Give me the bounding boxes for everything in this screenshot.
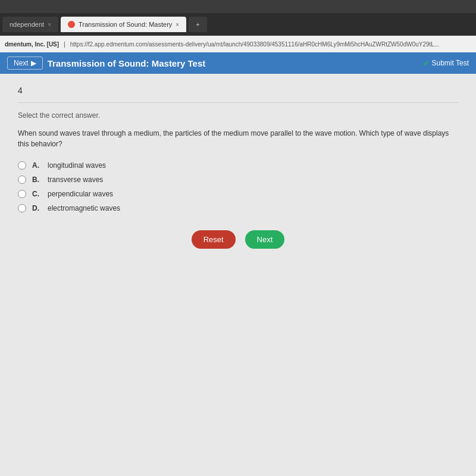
arrow-icon: ▶	[31, 59, 36, 67]
option-label-c: C.	[32, 190, 42, 198]
close-tab-icon[interactable]: ×	[176, 21, 179, 28]
tab-mastery[interactable]: Transmission of Sound: Mastery ×	[61, 17, 186, 32]
header-left: Next ▶ Transmission of Sound: Mastery Te…	[7, 57, 205, 70]
question-text: When sound waves travel through a medium…	[18, 128, 458, 149]
tab-favicon	[68, 21, 75, 28]
radio-c[interactable]	[18, 190, 26, 198]
new-tab-icon: +	[196, 21, 199, 28]
options-list: A. longitudinal waves B. transverse wave…	[18, 161, 458, 212]
action-buttons: Reset Next	[18, 230, 458, 249]
option-text-b: transverse waves	[48, 176, 103, 184]
radio-b[interactable]	[18, 176, 26, 184]
address-separator: |	[64, 41, 65, 48]
next-label: Next	[14, 59, 29, 67]
option-label-d: D.	[32, 204, 42, 212]
option-label-a: A.	[32, 161, 42, 170]
option-text-c: perpendicular waves	[48, 190, 113, 198]
content-area: 4 Select the correct answer. When sound …	[0, 74, 476, 476]
address-bar: dmentum, Inc. [US] | https://f2.app.edme…	[0, 36, 476, 52]
title-bar	[0, 0, 476, 13]
address-domain: dmentum, Inc. [US]	[5, 41, 59, 48]
close-icon[interactable]: ×	[48, 21, 51, 28]
app-title: Transmission of Sound: Mastery Test	[48, 58, 206, 68]
option-text-a: longitudinal waves	[48, 161, 106, 170]
tab-independent[interactable]: ndependent ×	[2, 17, 58, 32]
header-next-button[interactable]: Next ▶	[7, 57, 43, 70]
option-c[interactable]: C. perpendicular waves	[18, 190, 458, 198]
tab-label-active: Transmission of Sound: Mastery	[79, 21, 172, 28]
submit-label: Submit Test	[432, 59, 469, 67]
option-label-b: B.	[32, 176, 42, 184]
address-url: https://f2.app.edmentum.com/assessments-…	[70, 41, 439, 48]
tab-new[interactable]: +	[189, 17, 206, 32]
question-number: 4	[18, 86, 458, 95]
browser-chrome: ndependent × Transmission of Sound: Mast…	[0, 0, 476, 36]
submit-test-button[interactable]: ✔ Submit Test	[423, 59, 469, 68]
next-button[interactable]: Next	[245, 230, 285, 249]
tab-bar: ndependent × Transmission of Sound: Mast…	[0, 13, 476, 32]
checkmark-icon: ✔	[423, 59, 430, 68]
app-header: Next ▶ Transmission of Sound: Mastery Te…	[0, 52, 476, 74]
option-d[interactable]: D. electromagnetic waves	[18, 204, 458, 212]
instruction-text: Select the correct answer.	[18, 111, 458, 120]
reset-button[interactable]: Reset	[192, 230, 236, 249]
option-b[interactable]: B. transverse waves	[18, 176, 458, 184]
option-a[interactable]: A. longitudinal waves	[18, 161, 458, 170]
option-text-d: electromagnetic waves	[48, 204, 120, 212]
radio-a[interactable]	[18, 161, 26, 170]
radio-d[interactable]	[18, 204, 26, 212]
tab-label: ndependent	[10, 21, 44, 28]
divider	[18, 102, 458, 103]
